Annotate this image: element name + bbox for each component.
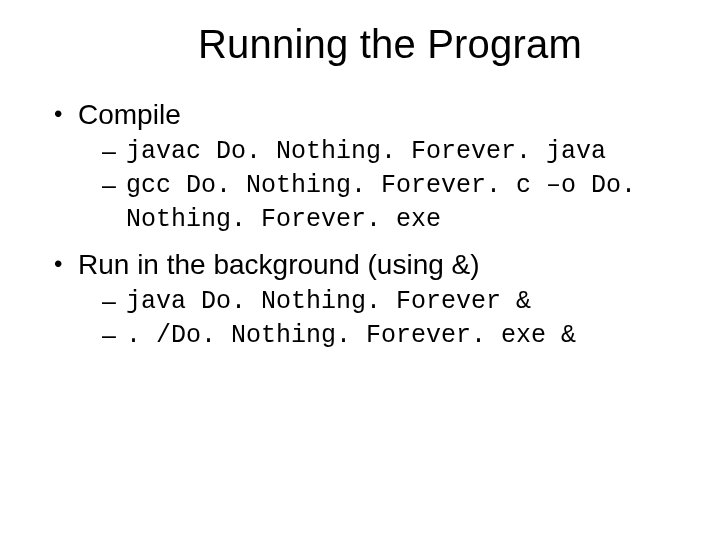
sub-item: – . /Do. Nothing. Forever. exe & xyxy=(78,319,670,353)
bullet-label: Compile xyxy=(78,99,181,130)
sub-item: – java Do. Nothing. Forever & xyxy=(78,285,670,319)
dash-icon: – xyxy=(102,319,116,353)
bullet-item: Run in the background (using &) – java D… xyxy=(50,247,670,353)
sub-list: – java Do. Nothing. Forever & – . /Do. N… xyxy=(78,285,670,353)
sub-item: – javac Do. Nothing. Forever. java xyxy=(78,135,670,169)
bullet-list: Compile – javac Do. Nothing. Forever. ja… xyxy=(50,97,670,353)
slide: Running the Program Compile – javac Do. … xyxy=(0,0,720,540)
code-text: . /Do. Nothing. Forever. exe & xyxy=(126,321,576,350)
bullet-label: Run in the background (using &) xyxy=(78,249,480,280)
sub-item: – gcc Do. Nothing. Forever. c –o Do. Not… xyxy=(78,169,670,237)
code-text: java Do. Nothing. Forever & xyxy=(126,287,531,316)
dash-icon: – xyxy=(102,285,116,319)
dash-icon: – xyxy=(102,169,116,203)
bullet-item: Compile – javac Do. Nothing. Forever. ja… xyxy=(50,97,670,237)
dash-icon: – xyxy=(102,135,116,169)
code-text: gcc Do. Nothing. Forever. c –o Do. Nothi… xyxy=(126,171,636,234)
code-text: javac Do. Nothing. Forever. java xyxy=(126,137,606,166)
sub-list: – javac Do. Nothing. Forever. java – gcc… xyxy=(78,135,670,236)
slide-title: Running the Program xyxy=(50,22,670,67)
